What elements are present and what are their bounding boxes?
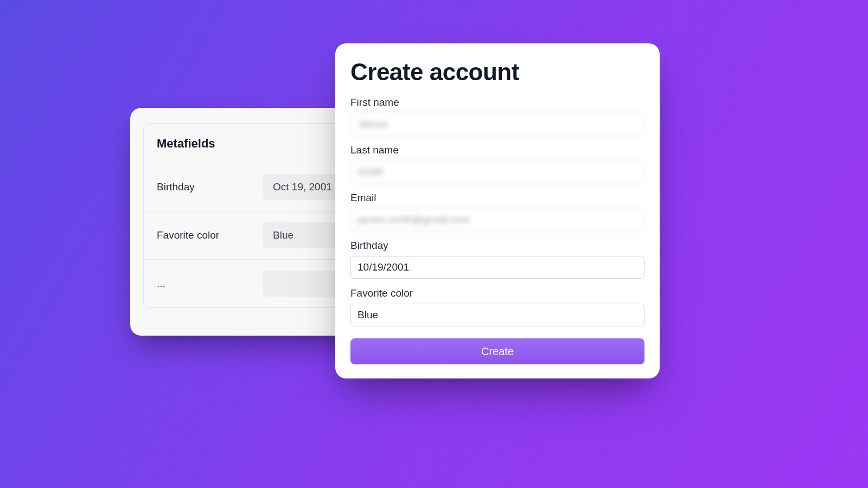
last-name-input[interactable] (350, 160, 644, 183)
favorite-color-label: Favorite color (350, 287, 644, 299)
form-group-email: Email (350, 192, 644, 231)
form-group-favorite-color: Favorite color (350, 287, 644, 326)
form-group-first-name: First name (350, 97, 644, 136)
create-button[interactable]: Create (350, 338, 644, 364)
form-group-birthday: Birthday (350, 240, 644, 279)
birthday-label: Birthday (350, 240, 644, 252)
email-label: Email (350, 192, 644, 204)
email-input[interactable] (350, 208, 644, 231)
metafield-label: ... (157, 278, 254, 290)
last-name-label: Last name (350, 144, 644, 156)
metafield-label: Favorite color (157, 229, 254, 241)
first-name-label: First name (350, 97, 644, 108)
form-group-last-name: Last name (350, 144, 644, 183)
metafield-label: Birthday (157, 181, 254, 193)
create-account-card: Create account First name Last name Emai… (335, 43, 660, 378)
birthday-input[interactable] (350, 256, 644, 279)
favorite-color-input[interactable] (350, 304, 644, 326)
first-name-input[interactable] (350, 113, 644, 136)
page-title: Create account (350, 59, 644, 86)
